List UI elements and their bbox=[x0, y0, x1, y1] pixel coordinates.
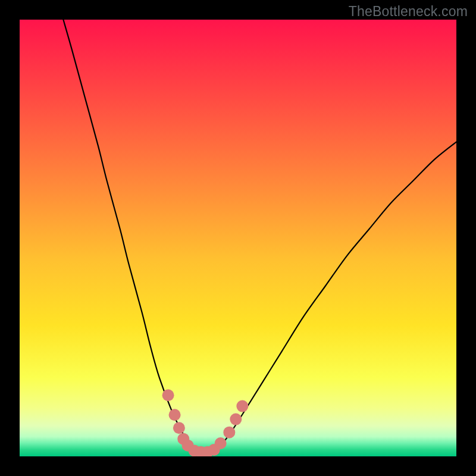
curve-marker bbox=[236, 400, 248, 412]
marker-group bbox=[162, 389, 249, 456]
plot-area bbox=[20, 20, 456, 456]
curve-marker bbox=[223, 427, 235, 439]
curve-marker bbox=[215, 437, 227, 449]
curve-marker bbox=[169, 409, 181, 421]
watermark-text: TheBottleneck.com bbox=[349, 4, 468, 20]
chart-frame: TheBottleneck.com bbox=[0, 0, 476, 476]
curve-marker bbox=[162, 389, 174, 401]
chart-svg bbox=[20, 20, 456, 456]
curve-marker bbox=[173, 422, 185, 434]
bottleneck-curve bbox=[63, 20, 456, 452]
curve-marker bbox=[230, 414, 242, 425]
